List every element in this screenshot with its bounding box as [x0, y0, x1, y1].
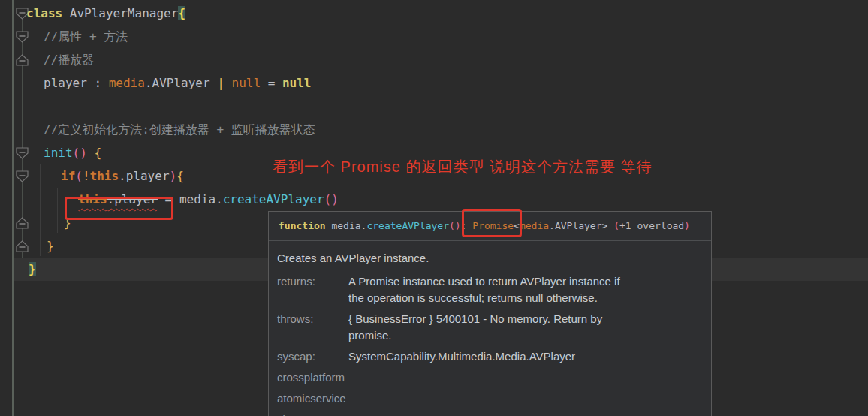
code-token: () — [73, 146, 87, 160]
doc-label: crossplatform — [277, 369, 348, 386]
doc-value: 12 — [348, 411, 361, 416]
doc-row: crossplatform — [277, 369, 702, 386]
doc-label: syscap: — [277, 348, 348, 365]
code-token: . — [215, 192, 223, 206]
code-token: () — [449, 220, 461, 231]
code-token: } — [29, 262, 36, 276]
code-line[interactable]: //属性 + 方法 — [0, 25, 128, 48]
code-token: ( — [75, 169, 83, 183]
code-line[interactable]: } — [0, 211, 71, 234]
code-token: () — [324, 192, 339, 206]
doc-label: atomicservice — [277, 390, 348, 407]
code-token: this — [90, 169, 119, 183]
doc-row: since:12 — [277, 411, 702, 416]
code-token — [225, 76, 232, 90]
code-line[interactable]: class AvPlayerManager{ — [0, 2, 185, 25]
doc-row: throws:{ BusinessError } 5400101 - No me… — [277, 311, 702, 344]
code-token: } — [47, 239, 54, 253]
code-token: AvPlayerManager — [62, 6, 178, 20]
doc-value: { BusinessError } 5400101 - No memory. R… — [348, 311, 602, 344]
code-line[interactable]: //播放器 — [0, 48, 94, 71]
code-token: //播放器 — [44, 53, 94, 67]
code-token: media — [179, 192, 215, 206]
code-token: ) — [170, 169, 177, 183]
doc-label: throws: — [277, 311, 348, 344]
code-token: media — [331, 220, 360, 231]
code-editor: class AvPlayerManager{//属性 + 方法//播放器play… — [0, 0, 868, 416]
code-token: AVPlayer — [555, 220, 602, 231]
code-token — [210, 76, 218, 90]
code-token: | — [217, 76, 225, 90]
code-token: { — [176, 169, 184, 183]
code-token: null — [232, 76, 261, 90]
code-token: ( — [613, 220, 619, 231]
code-token: media — [109, 76, 145, 90]
code-line[interactable]: //定义初始化方法:创建播放器 + 监听播放器状态 — [0, 118, 315, 141]
doc-value: SystemCapability.Multimedia.Media.AVPlay… — [348, 348, 575, 365]
doc-value: A Promise instance used to return AVPlay… — [348, 273, 620, 306]
code-token: createAVPlayer — [366, 220, 449, 231]
code-token: : — [87, 76, 109, 90]
code-line[interactable]: } — [0, 234, 54, 258]
code-token: { — [178, 6, 185, 20]
code-line[interactable]: if(!this.player){ — [0, 164, 184, 188]
code-line[interactable]: } — [0, 258, 36, 281]
code-token: null — [282, 76, 312, 90]
doc-row: syscap:SystemCapability.Multimedia.Media… — [277, 348, 702, 365]
code-token: //定义初始化方法:创建播放器 + 监听播放器状态 — [44, 122, 315, 137]
doc-label: since: — [277, 411, 348, 416]
code-token: ! — [83, 169, 90, 183]
code-token: createAVPlayer — [223, 192, 324, 206]
code-token: media — [520, 220, 549, 231]
red-box-this-player — [65, 197, 173, 220]
code-line[interactable]: player : media.AVPlayer | null = null — [0, 71, 311, 95]
doc-label: returns: — [277, 273, 348, 306]
code-line[interactable]: init() { — [0, 141, 101, 164]
code-token: init — [44, 146, 73, 160]
doc-row: atomicservice — [277, 390, 702, 407]
code-token: //属性 + 方法 — [44, 29, 128, 44]
doc-description: Creates an AVPlayer instance. — [277, 250, 702, 267]
doc-row: returns:A Promise instance used to retur… — [277, 273, 702, 306]
code-token — [87, 146, 95, 160]
code-token: ) — [684, 220, 690, 231]
code-token: AVPlayer — [152, 76, 210, 90]
code-token: > — [602, 220, 614, 231]
doc-entries: returns:A Promise instance used to retur… — [277, 273, 702, 416]
code-token: player — [44, 76, 87, 90]
code-token: . — [549, 220, 555, 231]
code-token: class — [26, 6, 62, 20]
code-token: if — [61, 169, 75, 183]
code-token: .player — [119, 169, 169, 183]
code-token: +1 overload — [619, 220, 684, 231]
code-token: = — [261, 76, 282, 90]
documentation-popup[interactable]: function media.createAVPlayer(): Promise… — [268, 211, 712, 416]
doc-body: Creates an AVPlayer instance. returns:A … — [269, 241, 711, 416]
code-token: . — [145, 76, 152, 90]
code-line[interactable] — [0, 95, 44, 118]
code-token: function — [279, 220, 326, 231]
code-token: { — [94, 146, 101, 160]
red-box-promise — [462, 209, 522, 237]
annotation-overlay-text: 看到一个 Promise 的返回类型 说明这个方法需要 等待 — [273, 157, 653, 177]
